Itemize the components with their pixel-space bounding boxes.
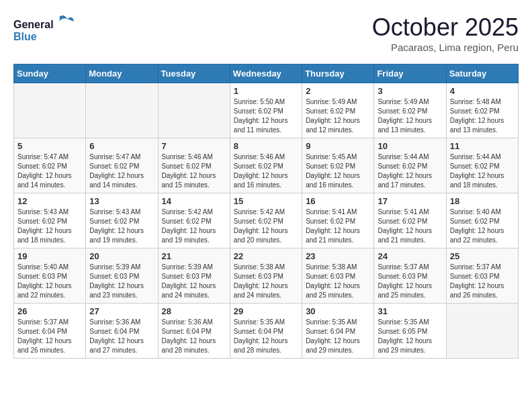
calendar-day-cell: 10Sunrise: 5:44 AMSunset: 6:02 PMDayligh… [374,138,446,193]
day-info: Sunrise: 5:36 AMSunset: 6:04 PMDaylight:… [89,318,154,355]
calendar-day-cell: 9Sunrise: 5:45 AMSunset: 6:02 PMDaylight… [302,138,374,193]
calendar-day-cell: 1Sunrise: 5:50 AMSunset: 6:02 PMDaylight… [230,83,302,138]
calendar-day-cell: 25Sunrise: 5:37 AMSunset: 6:03 PMDayligh… [446,248,518,304]
day-number: 19 [17,251,82,261]
day-info: Sunrise: 5:35 AMSunset: 6:04 PMDaylight:… [306,318,370,355]
day-info: Sunrise: 5:43 AMSunset: 6:02 PMDaylight:… [89,208,154,245]
day-number: 20 [89,251,154,261]
day-info: Sunrise: 5:42 AMSunset: 6:02 PMDaylight:… [234,208,298,245]
day-info: Sunrise: 5:44 AMSunset: 6:02 PMDaylight:… [378,152,442,190]
calendar-day-cell: 29Sunrise: 5:35 AMSunset: 6:04 PMDayligh… [230,304,302,359]
day-info: Sunrise: 5:43 AMSunset: 6:02 PMDaylight:… [17,208,82,245]
day-info: Sunrise: 5:42 AMSunset: 6:02 PMDaylight:… [162,208,226,245]
calendar-day-cell: 28Sunrise: 5:36 AMSunset: 6:04 PMDayligh… [158,304,230,359]
day-number: 25 [450,251,515,261]
calendar-table: SundayMondayTuesdayWednesdayThursdayFrid… [13,64,519,359]
calendar-week-row: 26Sunrise: 5:37 AMSunset: 6:04 PMDayligh… [14,304,519,359]
day-number: 28 [162,306,226,316]
day-info: Sunrise: 5:36 AMSunset: 6:04 PMDaylight:… [162,318,226,355]
calendar-day-cell: 11Sunrise: 5:44 AMSunset: 6:02 PMDayligh… [446,138,518,193]
calendar-week-row: 12Sunrise: 5:43 AMSunset: 6:02 PMDayligh… [14,193,519,248]
day-info: Sunrise: 5:38 AMSunset: 6:03 PMDaylight:… [234,263,298,300]
calendar-day-cell: 20Sunrise: 5:39 AMSunset: 6:03 PMDayligh… [86,248,158,304]
day-number: 1 [234,86,298,96]
day-info: Sunrise: 5:47 AMSunset: 6:02 PMDaylight:… [17,152,82,190]
day-number: 24 [378,251,442,261]
day-number: 15 [234,196,298,206]
calendar-day-cell: 26Sunrise: 5:37 AMSunset: 6:04 PMDayligh… [14,304,86,359]
calendar-day-cell: 23Sunrise: 5:38 AMSunset: 6:03 PMDayligh… [302,248,374,304]
calendar-day-cell: 4Sunrise: 5:48 AMSunset: 6:02 PMDaylight… [446,83,518,138]
day-number: 16 [306,196,370,206]
calendar-day-cell [14,83,86,138]
day-info: Sunrise: 5:40 AMSunset: 6:03 PMDaylight:… [17,263,82,300]
calendar-week-row: 1Sunrise: 5:50 AMSunset: 6:02 PMDaylight… [14,83,519,138]
weekday-header-tuesday: Tuesday [158,64,230,83]
day-number: 30 [306,306,370,316]
calendar-day-cell: 27Sunrise: 5:36 AMSunset: 6:04 PMDayligh… [86,304,158,359]
day-info: Sunrise: 5:49 AMSunset: 6:02 PMDaylight:… [378,97,442,135]
day-info: Sunrise: 5:35 AMSunset: 6:05 PMDaylight:… [378,318,442,355]
day-info: Sunrise: 5:38 AMSunset: 6:03 PMDaylight:… [306,263,370,300]
calendar-day-cell [158,83,230,138]
day-info: Sunrise: 5:49 AMSunset: 6:02 PMDaylight:… [306,97,370,135]
calendar-day-cell: 14Sunrise: 5:42 AMSunset: 6:02 PMDayligh… [158,193,230,248]
calendar-day-cell: 13Sunrise: 5:43 AMSunset: 6:02 PMDayligh… [86,193,158,248]
calendar-subtitle: Pacaraos, Lima region, Peru [372,42,519,53]
day-number: 31 [378,306,442,316]
day-info: Sunrise: 5:44 AMSunset: 6:02 PMDaylight:… [450,152,515,190]
day-number: 27 [89,306,154,316]
day-info: Sunrise: 5:41 AMSunset: 6:02 PMDaylight:… [306,208,370,245]
weekday-header-wednesday: Wednesday [230,64,302,83]
day-info: Sunrise: 5:35 AMSunset: 6:04 PMDaylight:… [234,318,298,355]
calendar-day-cell: 19Sunrise: 5:40 AMSunset: 6:03 PMDayligh… [14,248,86,304]
calendar-day-cell: 3Sunrise: 5:49 AMSunset: 6:02 PMDaylight… [374,83,446,138]
day-info: Sunrise: 5:47 AMSunset: 6:02 PMDaylight:… [89,152,154,190]
day-number: 5 [17,141,82,151]
day-number: 18 [450,196,515,206]
calendar-day-cell: 31Sunrise: 5:35 AMSunset: 6:05 PMDayligh… [374,304,446,359]
day-number: 26 [17,306,82,316]
day-number: 6 [89,141,154,151]
calendar-day-cell: 24Sunrise: 5:37 AMSunset: 6:03 PMDayligh… [374,248,446,304]
day-info: Sunrise: 5:48 AMSunset: 6:02 PMDaylight:… [450,97,515,135]
weekday-header-saturday: Saturday [446,64,518,83]
calendar-day-cell: 2Sunrise: 5:49 AMSunset: 6:02 PMDaylight… [302,83,374,138]
weekday-header-monday: Monday [86,64,158,83]
day-info: Sunrise: 5:41 AMSunset: 6:02 PMDaylight:… [378,208,442,245]
day-number: 21 [162,251,226,261]
calendar-day-cell: 21Sunrise: 5:39 AMSunset: 6:03 PMDayligh… [158,248,230,304]
calendar-day-cell: 7Sunrise: 5:46 AMSunset: 6:02 PMDaylight… [158,138,230,193]
day-info: Sunrise: 5:46 AMSunset: 6:02 PMDaylight:… [234,152,298,190]
day-number: 23 [306,251,370,261]
day-number: 17 [378,196,442,206]
svg-text:General: General [13,19,54,30]
day-number: 10 [378,141,442,151]
day-number: 22 [234,251,298,261]
day-number: 4 [450,86,515,96]
weekday-header-friday: Friday [374,64,446,83]
calendar-day-cell: 15Sunrise: 5:42 AMSunset: 6:02 PMDayligh… [230,193,302,248]
day-number: 12 [17,196,82,206]
day-number: 2 [306,86,370,96]
weekday-header-row: SundayMondayTuesdayWednesdayThursdayFrid… [14,64,519,83]
weekday-header-thursday: Thursday [302,64,374,83]
day-info: Sunrise: 5:40 AMSunset: 6:02 PMDaylight:… [450,208,515,245]
day-info: Sunrise: 5:37 AMSunset: 6:03 PMDaylight:… [450,263,515,300]
calendar-day-cell [446,304,518,359]
calendar-day-cell: 18Sunrise: 5:40 AMSunset: 6:02 PMDayligh… [446,193,518,248]
calendar-day-cell: 16Sunrise: 5:41 AMSunset: 6:02 PMDayligh… [302,193,374,248]
day-info: Sunrise: 5:45 AMSunset: 6:02 PMDaylight:… [306,152,370,190]
day-number: 9 [306,141,370,151]
day-number: 29 [234,306,298,316]
day-info: Sunrise: 5:50 AMSunset: 6:02 PMDaylight:… [234,97,298,135]
calendar-title: October 2025 [372,13,519,42]
day-number: 8 [234,141,298,151]
logo: General Blue [13,13,74,46]
day-number: 3 [378,86,442,96]
day-info: Sunrise: 5:37 AMSunset: 6:03 PMDaylight:… [378,263,442,300]
calendar-day-cell: 12Sunrise: 5:43 AMSunset: 6:02 PMDayligh… [14,193,86,248]
day-info: Sunrise: 5:39 AMSunset: 6:03 PMDaylight:… [89,263,154,300]
day-number: 14 [162,196,226,206]
day-number: 7 [162,141,226,151]
